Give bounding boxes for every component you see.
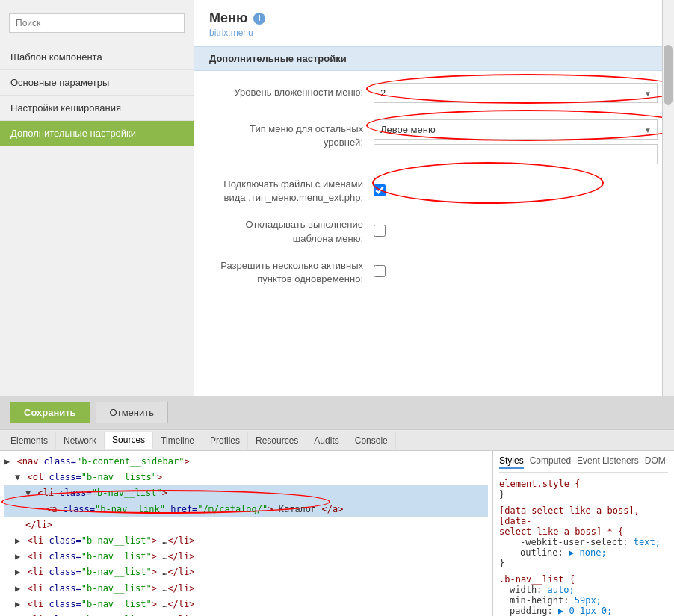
html-line: ▼ <ol class="b-nav__lists">	[4, 470, 488, 485]
devtools-tab-network[interactable]: Network	[56, 432, 105, 449]
search-input[interactable]	[9, 13, 185, 33]
sidebar-item-cache[interactable]: Настройки кеширования	[0, 96, 194, 121]
devtools: Elements Network Sources Timeline Profil…	[0, 429, 674, 616]
triangle-icon[interactable]: ▼	[25, 488, 31, 498]
triangle-icon[interactable]: ▶	[15, 567, 20, 577]
sidebar-item-basic[interactable]: Основные параметры	[0, 70, 194, 96]
multi-active-row: Разрешить несколько активных пунктов одн…	[209, 259, 659, 286]
styles-panel-tabs: Styles Computed Event Listeners DOM	[499, 455, 668, 473]
menu-type-select[interactable]: Левое меню Верхнее меню Правое меню	[374, 119, 658, 140]
html-line: ▶ <li class="b-nav__list"> …</li>	[4, 549, 488, 564]
search-box[interactable]	[9, 13, 185, 33]
devtools-body: ▶ <nav class="b-content__sidebar"> ▼ <ol…	[0, 451, 674, 616]
component-header: Меню i bitrix:menu	[194, 0, 674, 46]
scrollbar[interactable]	[662, 0, 674, 396]
triangle-icon[interactable]: ▶	[15, 599, 20, 609]
devtools-tab-audits[interactable]: Audits	[306, 432, 347, 449]
css-rule: element.style { }	[499, 479, 668, 500]
triangle-icon[interactable]: ▼	[15, 472, 20, 482]
multi-active-control	[374, 265, 659, 279]
cancel-button[interactable]: Отменить	[96, 402, 168, 423]
styles-panel: Styles Computed Event Listeners DOM elem…	[493, 451, 674, 616]
devtools-tabs: Elements Network Sources Timeline Profil…	[0, 430, 674, 451]
nesting-level-control: 2 1 3 4 5	[374, 83, 659, 103]
nesting-level-label: Уровень вложенности меню:	[209, 86, 374, 99]
triangle-icon[interactable]: ▶	[15, 535, 20, 546]
delay-exec-label: Откладывать выполнение шаблона меню:	[209, 218, 374, 245]
devtools-tab-elements[interactable]: Elements	[3, 432, 56, 449]
main-content: Меню i bitrix:menu Дополнительные настро…	[194, 0, 674, 396]
connect-files-checkbox[interactable]	[374, 184, 386, 196]
devtools-tab-resources[interactable]: Resources	[248, 432, 306, 449]
css-rule: [data-select-like-a-boss], [data- select…	[499, 505, 668, 568]
devtools-tab-console[interactable]: Console	[347, 432, 396, 449]
menu-type-label: Тип меню для остальных уровней:	[209, 119, 374, 149]
sidebar-item-advanced[interactable]: Дополнительные настройки	[0, 121, 194, 146]
styles-tab-dom[interactable]: DOM	[645, 455, 666, 469]
html-panel: ▶ <nav class="b-content__sidebar"> ▼ <ol…	[0, 451, 493, 616]
triangle-icon[interactable]: ▶	[15, 551, 20, 561]
html-line-selected: ▼ <li class="b-nav__list">	[4, 485, 488, 501]
nesting-level-row: Уровень вложенности меню: 2 1 3 4 5	[209, 83, 659, 103]
delay-exec-control	[374, 225, 659, 239]
html-line: ▶ <li class="b-nav__list"> …</li>	[4, 612, 488, 616]
html-line: </li>	[4, 517, 488, 533]
sidebar: Шаблон компонента Основные параметры Нас…	[0, 0, 194, 396]
delay-exec-row: Откладывать выполнение шаблона меню:	[209, 218, 659, 245]
connect-files-control	[374, 184, 659, 199]
html-line: ▶ <li class="b-nav__list"> …</li>	[4, 564, 488, 580]
css-rule: .b-nav__list { width: auto; min-height: …	[499, 574, 668, 616]
menu-type-text-input[interactable]	[374, 144, 658, 164]
sidebar-item-template[interactable]: Шаблон компонента	[0, 45, 194, 70]
html-line: ▶ <li class="b-nav__list"> …</li>	[4, 581, 488, 597]
bottom-buttons: Сохранить Отменить	[0, 396, 674, 429]
scrollbar-thumb[interactable]	[664, 45, 673, 105]
devtools-tab-timeline[interactable]: Timeline	[153, 432, 202, 449]
menu-type-row: Тип меню для остальных уровней: Левое ме…	[209, 116, 659, 164]
settings-body: Уровень вложенности меню: 2 1 3 4 5	[194, 71, 674, 311]
devtools-tab-profiles[interactable]: Profiles	[202, 432, 248, 449]
component-title-text: Меню	[209, 10, 247, 26]
connect-files-row: Подключать файлы с именами вида .тип_мен…	[209, 178, 659, 205]
section-header: Дополнительные настройки	[194, 46, 674, 71]
triangle-icon[interactable]: ▶	[4, 456, 10, 467]
styles-tab-computed[interactable]: Computed	[530, 455, 571, 469]
multi-active-label: Разрешить несколько активных пунктов одн…	[209, 259, 374, 286]
menu-type-control: Левое меню Верхнее меню Правое меню	[374, 119, 659, 164]
styles-tab-event-listeners[interactable]: Event Listeners	[577, 455, 639, 469]
save-button[interactable]: Сохранить	[10, 402, 90, 423]
html-line: ▶ <li class="b-nav__list"> …</li>	[4, 597, 488, 612]
triangle-icon[interactable]: ▶	[15, 583, 20, 594]
html-line: ▶ <nav class="b-content__sidebar">	[4, 454, 488, 470]
styles-tab-styles[interactable]: Styles	[499, 455, 524, 469]
html-line: ▶ <li class="b-nav__list"> …</li>	[4, 533, 488, 549]
nesting-level-select[interactable]: 2 1 3 4 5	[374, 83, 658, 103]
info-icon[interactable]: i	[253, 13, 265, 25]
devtools-tab-sources[interactable]: Sources	[105, 432, 153, 449]
html-line-link: <a class="b-nav__link" href="/m/catalog/…	[4, 502, 488, 517]
component-subtitle: bitrix:menu	[209, 28, 659, 38]
multi-active-checkbox[interactable]	[374, 265, 386, 277]
connect-files-label: Подключать файлы с именами вида .тип_мен…	[209, 178, 374, 205]
delay-exec-checkbox[interactable]	[374, 225, 386, 237]
